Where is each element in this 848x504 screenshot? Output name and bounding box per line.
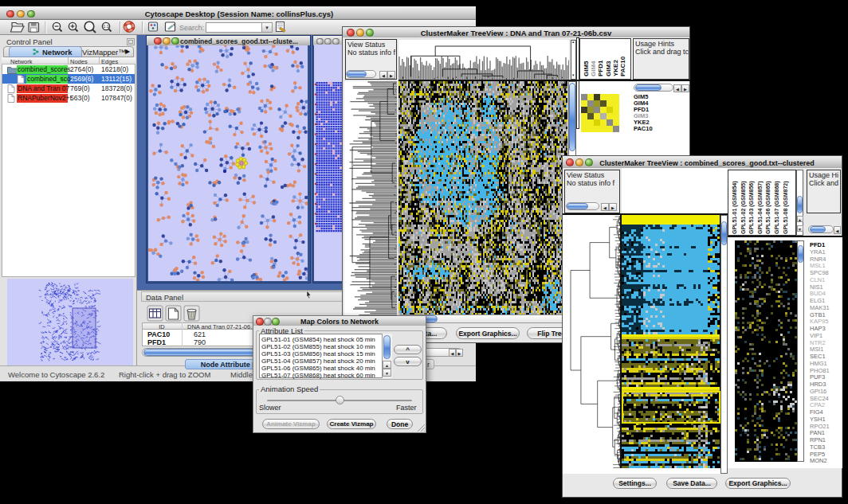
svg-text:1:1: 1:1 — [103, 24, 109, 29]
